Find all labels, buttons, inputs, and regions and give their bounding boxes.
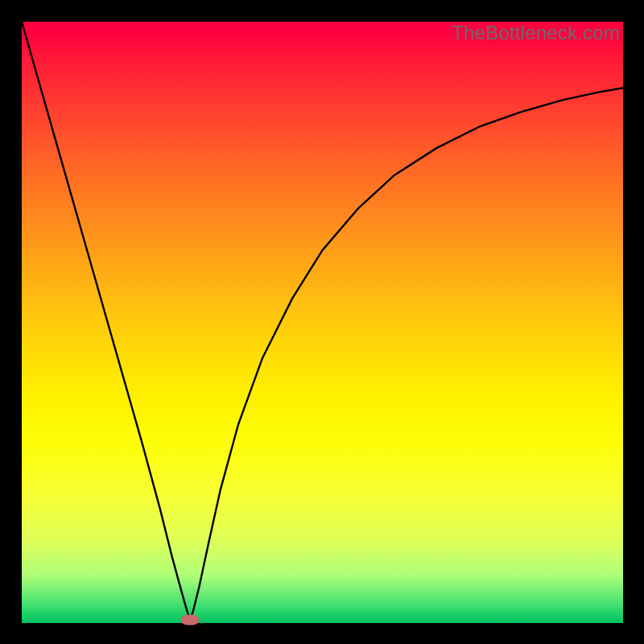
plot-area: TheBottleneck.com bbox=[22, 22, 623, 623]
curve-layer bbox=[22, 22, 623, 623]
bottleneck-curve-path bbox=[22, 22, 623, 620]
chart-frame: TheBottleneck.com bbox=[0, 0, 644, 644]
optimum-marker bbox=[181, 615, 199, 625]
watermark-text: TheBottleneck.com bbox=[452, 22, 620, 44]
